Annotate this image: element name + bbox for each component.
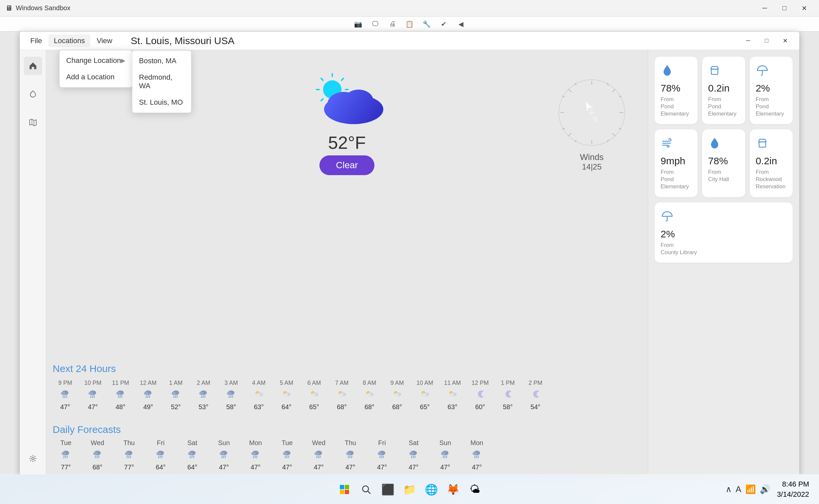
- hourly-temp-11: 68°: [364, 403, 374, 411]
- city-redmond[interactable]: Redmond, WA: [132, 69, 191, 94]
- hourly-temp-5: 53°: [198, 403, 208, 411]
- taskbar-time: 8:46 PM: [777, 479, 809, 490]
- hourly-icon-2: [115, 388, 126, 401]
- change-location-arrow: ▶: [121, 57, 125, 64]
- weather-close-button[interactable]: ✕: [776, 34, 794, 47]
- taskbar-volume-icon[interactable]: 🔊: [760, 484, 770, 494]
- daily-item-10: Fri 47°: [369, 439, 395, 471]
- svg-line-60: [146, 396, 146, 398]
- daily-item-5: Sun 47°: [211, 439, 237, 471]
- toolbar-icon-2[interactable]: 🖵: [368, 18, 383, 30]
- sandbox-close-button[interactable]: ✕: [795, 2, 814, 14]
- svg-rect-172: [711, 69, 718, 74]
- svg-line-31: [568, 133, 571, 136]
- hourly-item-0: 9 PM 47°: [53, 380, 78, 411]
- sidebar-favorites-icon[interactable]: [24, 85, 42, 103]
- svg-point-86: [311, 393, 316, 396]
- taskbar-weather-button[interactable]: 🌤: [466, 480, 484, 499]
- svg-line-164: [443, 456, 444, 458]
- weather-maximize-button[interactable]: □: [758, 34, 776, 47]
- svg-line-146: [320, 456, 320, 458]
- hourly-temp-15: 60°: [475, 403, 485, 411]
- sandbox-minimize-button[interactable]: ─: [755, 2, 774, 14]
- daily-icon-4: [187, 449, 198, 462]
- sandbox-window: 🖥 Windows Sandbox ─ □ ✕ 📷 🖵 🖨 📋 🔧 ✔ ◀ Fi…: [0, 0, 819, 474]
- svg-line-77: [232, 396, 233, 398]
- menu-view[interactable]: View: [92, 35, 118, 47]
- svg-rect-179: [340, 485, 344, 489]
- hourly-time-14: 11 AM: [444, 380, 461, 386]
- menu-locations[interactable]: Locations: [48, 35, 90, 47]
- sidebar-map-icon[interactable]: [24, 113, 42, 132]
- taskbar-start-button[interactable]: [335, 480, 354, 499]
- daily-temp-4: 64°: [187, 464, 197, 471]
- stats-grid-bottom: 9mph FromPond Elementary 78% FromCity Ha…: [655, 129, 793, 197]
- taskbar-browser-button[interactable]: 🦊: [444, 480, 462, 499]
- taskbar-file-explorer-button[interactable]: 📁: [400, 480, 419, 499]
- add-location-item[interactable]: Add a Location: [60, 69, 132, 85]
- daily-item-12: Sun 47°: [432, 439, 459, 471]
- toolbar-icon-6[interactable]: ✔: [437, 18, 451, 30]
- daily-temp-2: 77°: [124, 464, 134, 471]
- hourly-temp-3: 49°: [143, 403, 153, 411]
- sandbox-maximize-button[interactable]: □: [775, 2, 794, 14]
- stats-grid-last: 2% FromCounty Library: [655, 202, 793, 263]
- taskbar-edge-button[interactable]: 🌐: [422, 480, 441, 499]
- sidebar-home-icon[interactable]: [24, 57, 42, 75]
- hourly-item-5: 2 AM 53°: [191, 380, 216, 411]
- hourly-temp-2: 48°: [116, 403, 125, 411]
- svg-point-74: [227, 392, 231, 395]
- sidebar-settings-icon[interactable]: [24, 449, 42, 468]
- taskbar-chevron-icon[interactable]: ∧: [726, 484, 732, 494]
- daily-forecasts-title: Daily Forecasts: [53, 424, 641, 435]
- toolbar-icon-5[interactable]: 🔧: [420, 18, 434, 30]
- menu-file[interactable]: File: [25, 35, 47, 47]
- taskbar-network-icon[interactable]: 📶: [745, 484, 756, 494]
- svg-line-51: [92, 396, 93, 398]
- daily-temp-3: 64°: [156, 464, 166, 471]
- svg-point-118: [156, 452, 161, 455]
- daily-icon-0: [61, 449, 71, 462]
- hourly-item-17: 2 PM 54°: [523, 380, 548, 411]
- hourly-time-8: 5 AM: [279, 380, 293, 386]
- svg-point-10: [32, 458, 34, 460]
- stat-card-1: 0.2in FromPond Elementary: [702, 57, 745, 124]
- daily-item-1: Wed 68°: [84, 439, 111, 471]
- weather-condition-button[interactable]: Clear: [319, 155, 374, 175]
- hourly-time-0: 9 PM: [58, 380, 72, 386]
- toolbar-icon-close[interactable]: ◀: [454, 18, 468, 30]
- taskbar-keyboard-icon[interactable]: A: [736, 484, 741, 494]
- taskbar-search-button[interactable]: [357, 480, 375, 499]
- weather-left-panel: 52°F Clear: [46, 50, 648, 474]
- daily-icon-6: [250, 449, 261, 462]
- svg-line-161: [415, 456, 415, 458]
- svg-line-141: [288, 456, 289, 458]
- hourly-icon-8: [281, 388, 292, 401]
- hourly-item-6: 3 AM 58°: [219, 380, 244, 411]
- svg-line-109: [95, 456, 96, 458]
- svg-line-66: [175, 396, 176, 398]
- add-location-label: Add a Location: [66, 73, 115, 81]
- city-stlouis[interactable]: St. Louis, MO: [132, 94, 191, 111]
- toolbar-icon-1[interactable]: 📷: [351, 18, 365, 30]
- stat-icon-3: [661, 136, 692, 152]
- svg-line-16: [321, 78, 323, 80]
- change-location-item[interactable]: Change Location ▶: [60, 52, 132, 69]
- stat-value-6: 2%: [661, 228, 787, 240]
- taskbar-task-view-button[interactable]: ⬛: [379, 480, 397, 499]
- city-boston[interactable]: Boston, MA: [132, 53, 191, 69]
- weather-minimize-button[interactable]: ─: [739, 34, 757, 47]
- hourly-icon-11: [364, 388, 375, 401]
- svg-line-144: [316, 456, 317, 458]
- daily-icon-5: [219, 449, 229, 462]
- toolbar-icon-3[interactable]: 🖨: [385, 18, 400, 30]
- hourly-temp-8: 64°: [281, 403, 291, 411]
- svg-rect-180: [345, 485, 349, 489]
- hourly-item-16: 1 PM 58°: [495, 380, 520, 411]
- hourly-time-1: 10 PM: [84, 380, 101, 386]
- svg-line-131: [225, 456, 225, 458]
- svg-line-45: [63, 396, 64, 398]
- toolbar-icon-4[interactable]: 📋: [402, 18, 417, 30]
- svg-point-44: [61, 392, 66, 395]
- taskbar-clock[interactable]: 8:46 PM 3/14/2022: [777, 479, 809, 500]
